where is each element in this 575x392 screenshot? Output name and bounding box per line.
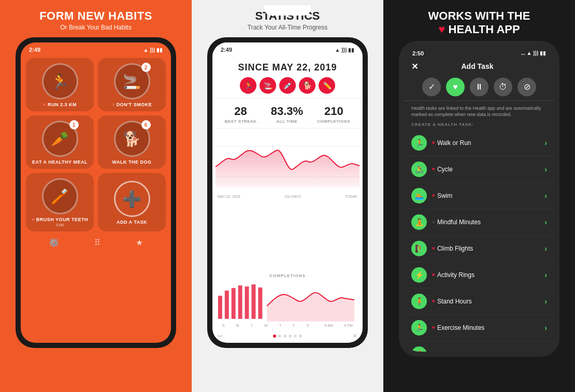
habit-meal[interactable]: 🥕 1 EAT A HEALTHY MEAL bbox=[26, 115, 94, 169]
stat-icon-smoke: 🚬 bbox=[260, 77, 276, 94]
task-stand-hours[interactable]: 🧍 ♥ Stand Hours › bbox=[404, 288, 554, 315]
task-exercise[interactable]: 🏃 ♥ Exercise Minutes › bbox=[404, 315, 554, 341]
stat-streak: 28 BEST STREAK bbox=[225, 105, 257, 124]
cycle-chevron: › bbox=[544, 165, 547, 173]
panel3-title-line2-text: HEALTH APP bbox=[449, 23, 520, 36]
activity-rings-name: ♥ Activity Rings bbox=[432, 271, 544, 279]
status-icons-1: ▲ ))) ▮▮ bbox=[143, 47, 163, 53]
nav-dots: ↩ ✕ bbox=[212, 329, 363, 343]
habit-teeth[interactable]: 🪥 ♥ BRUSH YOUR TEETH 3:00 bbox=[26, 173, 94, 231]
task-icon-cancel[interactable]: ⊘ bbox=[518, 78, 536, 96]
task-description: Health tasks are linked to the Health ap… bbox=[404, 101, 554, 120]
svg-rect-7 bbox=[245, 286, 249, 319]
task-icon-heart[interactable]: ♥ bbox=[446, 78, 465, 96]
habit-run[interactable]: 🏃 ♥ RUN 2.3 KM bbox=[26, 58, 94, 111]
status-bar-2: 2:49 ▲ ))) ▮▮ bbox=[212, 42, 363, 55]
activity-rings-icon: ⚡ bbox=[411, 267, 427, 283]
cycle-icon: 🚴 bbox=[411, 162, 427, 177]
teeth-icon-circle: 🪥 bbox=[42, 178, 78, 214]
date-end: TODAY bbox=[346, 195, 357, 198]
settings-icon[interactable]: ⚙️ bbox=[49, 238, 59, 248]
phone-screen-3: 2:50 ... ▲ ))) ▮▮ ✕ Add Task ✓ ♥ ⏸ ⏱ ⊘ H… bbox=[404, 46, 554, 352]
dot-5 bbox=[294, 335, 297, 338]
svg-rect-3 bbox=[218, 296, 222, 319]
svg-rect-9 bbox=[258, 287, 262, 319]
since-label: SINCE MAY 22, 2019 bbox=[218, 62, 357, 73]
swim-name: ♥ Swim bbox=[432, 192, 544, 199]
task-activity-rings[interactable]: ⚡ ♥ Activity Rings › bbox=[404, 262, 554, 288]
dot-1 bbox=[273, 335, 276, 338]
dot-4 bbox=[289, 335, 292, 338]
date-mid: 101 DAYS bbox=[284, 195, 301, 198]
habit-smoke[interactable]: 🚬 2 ○ DON'T SMOKE bbox=[98, 58, 166, 111]
panel3-title-line1: WORKS WITH THE bbox=[428, 9, 530, 23]
habit-add[interactable]: ➕ ADD A TASK bbox=[98, 173, 166, 231]
mindful-icon: 🧘 bbox=[411, 214, 427, 230]
panel1-title: FORM NEW HABITS bbox=[39, 9, 152, 23]
teeth-label: ♥ BRUSH YOUR TEETH bbox=[32, 217, 88, 222]
phone-screen-1: 2:49 ▲ ))) ▮▮ 🏃 ♥ RUN 2.3 KM 🚬 2 bbox=[21, 42, 171, 343]
dog-label: WALK THE DOG bbox=[112, 159, 152, 165]
time-3: 2:50 bbox=[412, 50, 424, 56]
smoke-icon-circle: 🚬 2 bbox=[114, 63, 150, 99]
habit-dog[interactable]: 🐕 6 WALK THE DOG bbox=[98, 115, 166, 169]
nav-close-icon[interactable]: ✕ bbox=[352, 332, 357, 340]
date-start: MAY 22, 2019 bbox=[218, 195, 240, 198]
task-swim[interactable]: 🏊 ♥ Swim › bbox=[404, 183, 554, 209]
phone-frame-2: 2:49 ▲ ))) ▮▮ SINCE MAY 22, 2019 🏃 🚬 💉 🐕… bbox=[207, 37, 368, 348]
status-icons-3: ... ▲ ))) ▮▮ bbox=[521, 50, 546, 56]
mindful-chevron: › bbox=[544, 218, 547, 226]
svg-rect-8 bbox=[252, 284, 256, 319]
add-label: ADD A TASK bbox=[117, 220, 147, 225]
task-icon-check[interactable]: ✓ bbox=[422, 78, 441, 96]
star-icon[interactable]: ★ bbox=[136, 238, 143, 248]
swim-chevron: › bbox=[544, 192, 547, 200]
dot-2 bbox=[278, 335, 281, 338]
walk-run-name: ♥ Walk or Run bbox=[432, 139, 544, 147]
completions-section-label: COMPLETIONS bbox=[215, 273, 360, 278]
stand-hours-icon: 🧍 bbox=[411, 294, 427, 309]
health-task-list: 🏃 ♥ Walk or Run › 🚴 ♥ Cycle › 🏊 bbox=[404, 130, 554, 352]
task-cycle[interactable]: 🚴 ♥ Cycle › bbox=[404, 156, 554, 183]
smoke-label: ○ DON'T SMOKE bbox=[112, 102, 152, 107]
dog-badge: 6 bbox=[141, 120, 151, 129]
task-icon-row: ✓ ♥ ⏸ ⏱ ⊘ bbox=[404, 75, 554, 101]
phone-frame-1: 2:49 ▲ ))) ▮▮ 🏃 ♥ RUN 2.3 KM 🚬 2 bbox=[16, 37, 176, 348]
add-icon-circle: ➕ bbox=[114, 181, 150, 217]
stat-alltime: 83.3% ALL TIME bbox=[271, 105, 303, 124]
cycle-name: ♥ Cycle bbox=[432, 166, 544, 173]
completions-value: 210 bbox=[317, 105, 350, 118]
exercise-icon: 🏃 bbox=[411, 320, 427, 336]
toolbar-1: ⚙️ ⠿ ★ bbox=[21, 234, 171, 251]
notch-1 bbox=[73, 42, 119, 53]
task-mindful[interactable]: 🧘 ○ Mindful Minutes › bbox=[404, 209, 554, 236]
task-icon-pause[interactable]: ⏸ bbox=[470, 78, 488, 96]
nav-back-icon[interactable]: ↩ bbox=[218, 332, 223, 340]
stand-hours-name: ♥ Stand Hours bbox=[432, 298, 544, 305]
panel-form-habits: FORM NEW HABITS Or Break Your Bad Habits… bbox=[0, 0, 192, 392]
task-icon-timer[interactable]: ⏱ bbox=[494, 78, 512, 96]
streak-label: BEST STREAK bbox=[225, 119, 257, 124]
bar-chart bbox=[215, 280, 360, 322]
status-bar-3: 2:50 ... ▲ ))) ▮▮ bbox=[404, 46, 554, 57]
stand-hours-chevron: › bbox=[544, 297, 547, 306]
panel1-subtitle: Or Break Your Bad Habits bbox=[60, 24, 131, 31]
habit-grid: 🏃 ♥ RUN 2.3 KM 🚬 2 ○ DON'T SMOKE bbox=[21, 55, 171, 234]
bar-x-labels: SMTWTFS 6 AM 6 PM bbox=[215, 324, 360, 327]
stats-icon-row: 🏃 🚬 💉 🐕 ✏️ bbox=[218, 77, 357, 94]
task-burn-energy[interactable]: 🔥 ♥ Burn Active Energy › bbox=[404, 341, 554, 352]
close-button[interactable]: ✕ bbox=[411, 62, 418, 71]
streak-value: 28 bbox=[225, 105, 257, 118]
burn-energy-icon: 🔥 bbox=[411, 346, 427, 352]
svg-rect-5 bbox=[232, 288, 236, 319]
task-climb[interactable]: 🧗 ♥ Climb Flights › bbox=[404, 236, 554, 262]
stats-numbers: 28 BEST STREAK 83.3% ALL TIME 210 COMPLE… bbox=[212, 98, 363, 128]
completions-label: COMPLETIONS bbox=[317, 119, 350, 124]
burn-energy-name: ♥ Burn Active Energy bbox=[432, 351, 544, 352]
create-health-label: CREATE A HEALTH TASK: bbox=[404, 120, 554, 130]
task-walk-run[interactable]: 🏃 ♥ Walk or Run › bbox=[404, 130, 554, 156]
meal-label: EAT A HEALTHY MEAL bbox=[32, 159, 88, 165]
walk-run-chevron: › bbox=[544, 139, 547, 147]
grid-icon[interactable]: ⠿ bbox=[94, 238, 100, 248]
climb-icon: 🧗 bbox=[411, 241, 427, 256]
